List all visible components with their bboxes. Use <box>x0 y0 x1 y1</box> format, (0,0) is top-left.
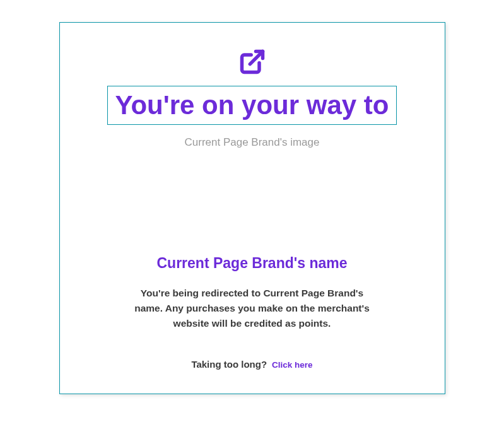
click-here-link[interactable]: Click here <box>272 360 313 370</box>
headline-text: You're on your way to <box>115 90 389 120</box>
brand-image-placeholder: Current Page Brand's image <box>185 136 320 149</box>
headline-container: You're on your way to <box>107 86 397 125</box>
too-long-label: Taking too long? <box>191 359 267 370</box>
external-link-icon <box>238 48 266 78</box>
brand-name: Current Page Brand's name <box>157 255 348 272</box>
redirect-message: You're being redirected to Current Page … <box>126 286 378 331</box>
redirect-card: You're on your way to Current Page Brand… <box>59 22 445 394</box>
footer-line: Taking too long? Click here <box>191 359 312 370</box>
